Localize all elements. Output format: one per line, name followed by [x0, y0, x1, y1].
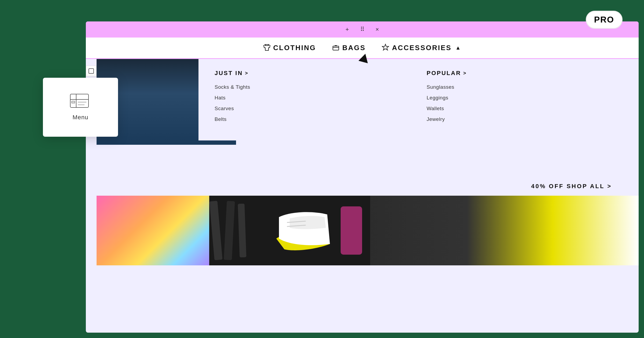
close-button[interactable]: × [373, 25, 382, 34]
svg-rect-8 [129, 101, 158, 115]
browser-frame: + ⠿ × CLOTHING BAGS [86, 21, 639, 333]
menu-item-scarves[interactable]: Scarves [215, 106, 411, 112]
menu-widget-label: Menu [72, 114, 88, 121]
svg-point-14 [160, 114, 171, 122]
menu-item-belts[interactable]: Belts [215, 116, 411, 122]
svg-rect-10 [130, 101, 157, 114]
nav-item-accessories[interactable]: ACCESSORIES ▲ [382, 43, 461, 53]
pro-badge: PRO [586, 11, 623, 29]
add-button[interactable]: + [343, 25, 352, 34]
cta-bar: 40% OFF SHOP ALL > [97, 177, 639, 196]
sidebar-toggle-button[interactable] [86, 66, 97, 76]
svg-point-13 [161, 118, 165, 122]
svg-rect-11 [162, 101, 189, 114]
menu-item-leggings[interactable]: Leggings [427, 95, 623, 101]
clothing-label: CLOTHING [273, 44, 316, 52]
cta-text[interactable]: 40% OFF SHOP ALL > [531, 183, 612, 190]
svg-rect-9 [161, 101, 190, 115]
clothing-icon [263, 43, 271, 53]
bags-icon [332, 43, 340, 53]
menu-widget-icon [70, 94, 91, 110]
bottom-image-strip [97, 196, 639, 265]
menu-column-just-in: JUST IN > Socks & Tights Hats Scarves Be… [215, 70, 411, 127]
nav-item-bags[interactable]: BAGS [332, 43, 366, 53]
grid-button[interactable]: ⠿ [358, 25, 367, 34]
popular-arrow-icon: > [463, 70, 467, 76]
popular-title[interactable]: POPULAR > [427, 70, 623, 77]
svg-point-6 [123, 59, 209, 145]
menu-item-jewelry[interactable]: Jewelry [427, 116, 623, 122]
mega-menu: JUST IN > Socks & Tights Hats Scarves Be… [198, 59, 639, 140]
product-image [209, 196, 639, 265]
menu-item-wallets[interactable]: Wallets [427, 106, 623, 112]
accessories-icon [382, 43, 389, 53]
svg-point-15 [158, 127, 174, 133]
accessories-label: ACCESSORIES [392, 44, 451, 52]
gradient-image [97, 196, 209, 265]
svg-rect-4 [89, 69, 94, 73]
menu-widget[interactable]: Menu [43, 78, 118, 137]
svg-rect-22 [341, 206, 362, 255]
toolbar-strip: + ⠿ × [86, 21, 639, 38]
menu-item-sunglasses[interactable]: Sunglasses [427, 84, 623, 90]
svg-marker-3 [382, 44, 389, 50]
just-in-title[interactable]: JUST IN > [215, 70, 411, 77]
dropdown-arrow-icon: ▲ [455, 45, 462, 51]
bags-label: BAGS [342, 44, 366, 52]
svg-rect-1 [333, 46, 339, 50]
svg-rect-23 [70, 94, 89, 107]
just-in-arrow-icon: > [245, 70, 249, 76]
menu-item-socks-tights[interactable]: Socks & Tights [215, 84, 411, 90]
nav-item-clothing[interactable]: CLOTHING [263, 43, 316, 53]
menu-column-popular: POPULAR > Sunglasses Leggings Wallets Je… [427, 70, 623, 127]
menu-item-hats[interactable]: Hats [215, 95, 411, 101]
